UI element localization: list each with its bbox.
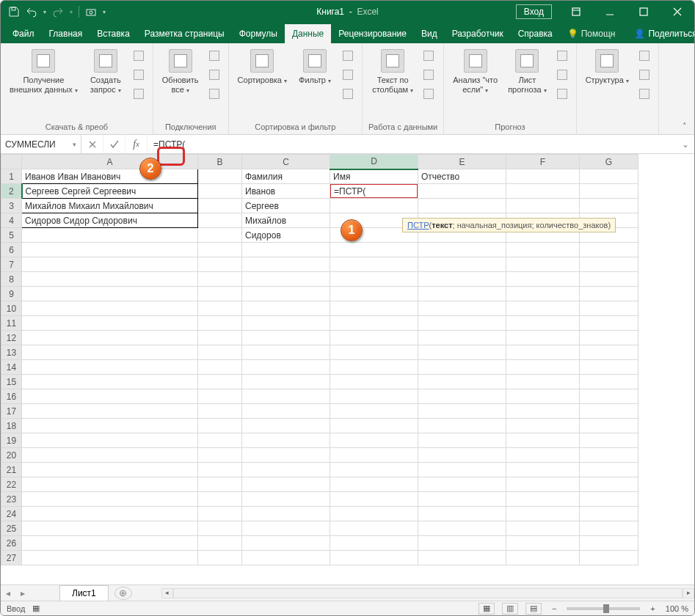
cell[interactable] [418,345,506,360]
cell[interactable] [198,463,242,477]
ribbon-small-button[interactable] [340,86,356,102]
cell[interactable] [418,243,506,257]
undo-dropdown-icon[interactable]: ▾ [43,9,46,15]
cell[interactable] [418,316,506,331]
cell[interactable] [580,507,638,521]
cell[interactable]: Михайлов Михаил Михайлович [22,199,198,213]
cell[interactable] [418,375,506,389]
cell[interactable] [22,301,198,316]
cell[interactable] [506,331,580,345]
zoom-level[interactable]: 100 % [666,604,688,613]
cell[interactable] [330,316,418,331]
cell[interactable] [330,448,418,463]
cell[interactable]: Фамилия [242,169,330,184]
cell[interactable] [198,433,242,448]
row-header[interactable]: 14 [1,360,22,375]
cell[interactable] [330,301,418,316]
ribbon-tab-файл[interactable]: Файл [5,24,42,43]
ribbon-button[interactable]: Создатьзапрос ▾ [85,48,126,95]
ribbon-small-button[interactable] [131,48,147,64]
tell-me[interactable]: 💡 Помощн [560,24,623,43]
row-header[interactable]: 23 [1,492,22,507]
scroll-right-icon[interactable]: ▸ [683,588,694,598]
ribbon-tab-вид[interactable]: Вид [414,24,445,43]
ribbon-small-button[interactable] [340,48,356,64]
cell[interactable] [418,272,506,287]
row-header[interactable]: 15 [1,375,22,389]
cell[interactable] [506,257,580,272]
cell[interactable] [198,448,242,463]
ribbon-small-button[interactable] [554,86,570,102]
cell[interactable] [506,507,580,521]
row-header[interactable]: 17 [1,404,22,419]
cell[interactable] [506,448,580,463]
signin-button[interactable]: Вход [516,4,552,19]
ribbon-button[interactable]: Получениевнешних данных ▾ [7,48,81,95]
cell[interactable] [22,448,198,463]
select-all-cell[interactable] [1,155,22,169]
ribbon-button[interactable]: Листпрогноза ▾ [505,48,550,95]
cell[interactable] [418,287,506,301]
cell[interactable] [580,477,638,492]
camera-icon[interactable] [85,6,97,18]
cell[interactable] [242,287,330,301]
cell[interactable] [22,243,198,257]
cell[interactable] [506,287,580,301]
scroll-left-icon[interactable]: ◂ [161,588,173,598]
cell[interactable] [198,243,242,257]
cell[interactable] [198,272,242,287]
cell[interactable] [330,521,418,536]
cell[interactable] [330,419,418,433]
cell[interactable] [330,404,418,419]
ribbon-button[interactable]: Анализ "чтоесли" ▾ [450,48,501,95]
cell[interactable] [22,477,198,492]
ribbon-small-button[interactable] [131,86,147,102]
cell[interactable] [198,184,242,199]
row-header[interactable]: 16 [1,389,22,404]
cell[interactable] [506,521,580,536]
ribbon-tab-формулы[interactable]: Формулы [232,24,285,43]
save-icon[interactable] [8,6,20,18]
cell[interactable] [418,507,506,521]
cell[interactable] [580,433,638,448]
cell[interactable] [22,257,198,272]
ribbon-display-button[interactable] [559,1,593,23]
ribbon-small-button[interactable] [206,86,222,102]
maximize-button[interactable] [627,1,661,23]
ribbon-tab-справка[interactable]: Справка [511,24,560,43]
view-pagebreak-button[interactable]: ▤ [525,603,542,615]
cell[interactable] [22,419,198,433]
cell[interactable] [580,199,638,213]
cell[interactable]: Иванов Иван Иванович [22,169,198,184]
ribbon-small-button[interactable] [636,67,652,83]
enter-formula-button[interactable] [103,135,125,153]
row-header[interactable]: 8 [1,272,22,287]
cell[interactable] [506,551,580,565]
cell[interactable] [418,492,506,507]
column-header[interactable]: E [418,155,506,169]
cell[interactable] [418,551,506,565]
cell[interactable] [330,389,418,404]
ribbon-tab-разметка страницы[interactable]: Разметка страницы [137,24,232,43]
cell[interactable] [506,199,580,213]
row-header[interactable]: 12 [1,331,22,345]
row-header[interactable]: 10 [1,301,22,316]
cell[interactable] [330,272,418,287]
cell[interactable] [242,243,330,257]
cell[interactable] [198,360,242,375]
cell[interactable]: Сидоров Сидор Сидорович [22,213,198,228]
row-header[interactable]: 9 [1,287,22,301]
cell[interactable] [22,316,198,331]
ribbon-small-button[interactable] [554,48,570,64]
cell[interactable] [418,199,506,213]
cell[interactable] [242,316,330,331]
cell[interactable] [198,404,242,419]
row-header[interactable]: 7 [1,257,22,272]
cell[interactable] [580,463,638,477]
cell[interactable] [330,463,418,477]
cell[interactable] [330,287,418,301]
cell[interactable] [22,331,198,345]
cell[interactable] [198,213,242,228]
row-header[interactable]: 25 [1,521,22,536]
cell[interactable] [198,477,242,492]
